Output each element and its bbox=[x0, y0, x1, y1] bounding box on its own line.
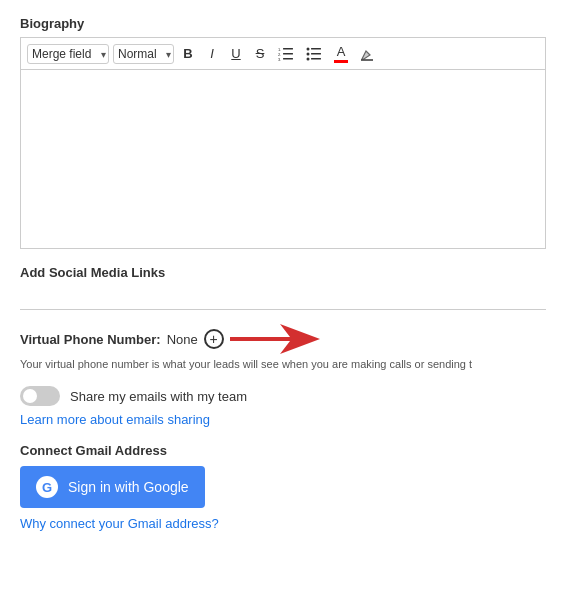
google-icon: G bbox=[36, 476, 58, 498]
font-color-button[interactable]: A bbox=[330, 42, 352, 65]
svg-rect-2 bbox=[283, 58, 293, 60]
connect-gmail-label: Connect Gmail Address bbox=[20, 443, 546, 458]
share-emails-toggle[interactable] bbox=[20, 386, 60, 406]
social-media-input[interactable] bbox=[20, 286, 546, 310]
font-color-letter: A bbox=[337, 44, 346, 59]
normal-select[interactable]: Normal bbox=[113, 44, 174, 64]
svg-point-11 bbox=[307, 57, 310, 60]
svg-rect-7 bbox=[311, 53, 321, 55]
virtual-phone-description: Your virtual phone number is what your l… bbox=[20, 358, 540, 370]
ordered-list-button[interactable]: 1. 2. 3. bbox=[274, 45, 298, 63]
strikethrough-button[interactable]: S bbox=[250, 44, 270, 63]
share-emails-label: Share my emails with my team bbox=[70, 389, 247, 404]
underline-button[interactable]: U bbox=[226, 44, 246, 63]
unordered-list-button[interactable] bbox=[302, 45, 326, 63]
bold-button[interactable]: B bbox=[178, 44, 198, 63]
normal-select-wrapper[interactable]: Normal bbox=[113, 44, 174, 64]
biography-label: Biography bbox=[20, 16, 546, 31]
biography-editor[interactable] bbox=[20, 69, 546, 249]
virtual-phone-label: Virtual Phone Number: bbox=[20, 332, 161, 347]
font-color-indicator bbox=[334, 60, 348, 63]
google-signin-label: Sign in with Google bbox=[68, 479, 189, 495]
italic-button[interactable]: I bbox=[202, 44, 222, 63]
social-media-section: Add Social Media Links bbox=[20, 265, 546, 310]
svg-rect-8 bbox=[311, 58, 321, 60]
virtual-phone-row: Virtual Phone Number: None + bbox=[20, 324, 546, 354]
svg-point-9 bbox=[307, 47, 310, 50]
why-connect-link[interactable]: Why connect your Gmail address? bbox=[20, 516, 546, 531]
google-signin-button[interactable]: G Sign in with Google bbox=[20, 466, 205, 508]
svg-rect-0 bbox=[283, 48, 293, 50]
virtual-phone-value: None bbox=[167, 332, 198, 347]
share-emails-section: Share my emails with my team bbox=[20, 386, 546, 406]
merge-field-select-wrapper[interactable]: Merge field bbox=[27, 44, 109, 64]
social-media-label: Add Social Media Links bbox=[20, 265, 546, 280]
merge-field-select[interactable]: Merge field bbox=[27, 44, 109, 64]
svg-rect-1 bbox=[283, 53, 293, 55]
add-phone-button[interactable]: + bbox=[204, 329, 224, 349]
red-arrow-indicator bbox=[230, 324, 320, 354]
learn-more-link[interactable]: Learn more about emails sharing bbox=[20, 412, 546, 427]
svg-rect-6 bbox=[311, 48, 321, 50]
svg-marker-13 bbox=[230, 324, 320, 354]
connect-gmail-section: Connect Gmail Address G Sign in with Goo… bbox=[20, 443, 546, 531]
virtual-phone-section: Virtual Phone Number: None + Your virtua… bbox=[20, 324, 546, 370]
svg-text:3.: 3. bbox=[278, 57, 281, 61]
toggle-slider bbox=[20, 386, 60, 406]
editor-toolbar: Merge field Normal B I U S 1. 2. 3. bbox=[20, 37, 546, 69]
highlight-button[interactable] bbox=[356, 45, 378, 63]
svg-point-10 bbox=[307, 52, 310, 55]
